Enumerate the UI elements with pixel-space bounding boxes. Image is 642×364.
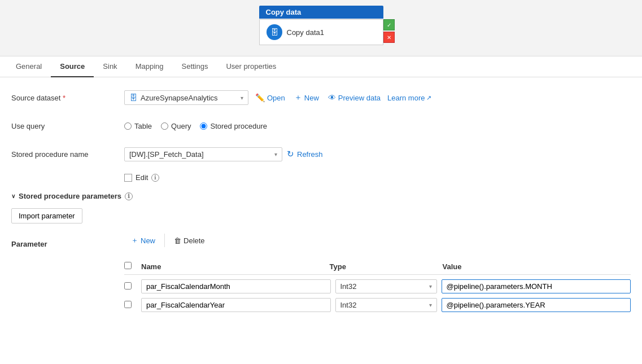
header-checkbox-cell: [124, 262, 141, 271]
action-divider: [164, 234, 165, 247]
edit-label: Edit: [136, 173, 148, 182]
parameter-table: Name Type Value Int32 ▾ Int32 ▾: [124, 262, 631, 312]
row1-type-select[interactable]: Int32 ▾: [335, 279, 437, 293]
tab-sink[interactable]: Sink: [94, 56, 126, 77]
sp-name-label: Stored procedure name: [11, 150, 124, 159]
row1-name-input[interactable]: [141, 279, 331, 293]
row1-value-input[interactable]: [442, 279, 631, 293]
row2-type-chevron-icon: ▾: [429, 302, 432, 308]
refresh-label: Refresh: [297, 150, 323, 159]
edit-row: Edit ℹ: [124, 173, 631, 182]
row1-type-value: Int32: [340, 282, 357, 291]
copy-data-card[interactable]: 🗄 Copy data1: [259, 19, 383, 45]
radio-table[interactable]: Table: [124, 122, 152, 130]
pencil-icon: ✏️: [255, 93, 265, 102]
plus-icon: ＋: [294, 93, 302, 103]
open-label: Open: [267, 94, 285, 102]
dropdown-chevron-icon: ▾: [241, 95, 243, 101]
row2-checkbox-cell: [124, 301, 141, 310]
use-query-label-text: Use query: [11, 122, 45, 130]
tab-settings[interactable]: Settings: [173, 56, 217, 77]
use-query-row: Use query Table Query Stored procedure: [11, 117, 631, 135]
new-param-button[interactable]: ＋ New: [124, 233, 162, 248]
dataset-icon: 🗄: [129, 93, 137, 102]
sp-name-value: [DW].[SP_Fetch_Data]: [129, 150, 204, 159]
sp-name-label-text: Stored procedure name: [11, 150, 89, 159]
row2-type-value: Int32: [340, 301, 357, 309]
use-query-label: Use query: [11, 122, 124, 130]
import-btn-label: Import parameter: [19, 212, 75, 220]
row2-checkbox[interactable]: [124, 301, 132, 308]
radio-stored-procedure[interactable]: Stored procedure: [200, 122, 267, 130]
row1-checkbox[interactable]: [124, 282, 132, 290]
select-all-checkbox[interactable]: [124, 262, 132, 269]
new-label: New: [304, 94, 319, 102]
radio-sp-label: Stored procedure: [210, 122, 267, 130]
row2-type-select[interactable]: Int32 ▾: [335, 298, 437, 312]
dataset-value: AzureSynapseAnalytics: [141, 94, 218, 102]
delete-param-button[interactable]: 🗑 Delete: [167, 234, 212, 248]
radio-sp-input[interactable]: [200, 122, 207, 130]
parameter-label: Parameter: [11, 240, 124, 248]
card-actions: ✓ ✕: [383, 19, 395, 44]
row1-type-chevron-icon: ▾: [429, 283, 432, 290]
table-header-row: Name Type Value: [124, 262, 631, 275]
col-type-header: Type: [330, 262, 443, 271]
tabs-bar: General Source Sink Mapping Settings Use…: [0, 56, 642, 77]
radio-table-input[interactable]: [124, 122, 132, 130]
parameter-label-text: Parameter: [11, 240, 47, 248]
section-chevron-icon: ∨: [11, 193, 15, 199]
col-name-header: Name: [141, 262, 330, 271]
external-link-icon: ↗: [426, 94, 431, 102]
radio-query-input[interactable]: [161, 122, 168, 130]
open-button[interactable]: ✏️ Open: [253, 92, 287, 103]
tab-mapping[interactable]: Mapping: [126, 56, 173, 77]
tab-general[interactable]: General: [7, 56, 51, 77]
popup-title: Copy data: [266, 8, 302, 16]
radio-query-label: Query: [171, 122, 191, 130]
delete-btn-label: Delete: [184, 236, 205, 245]
sp-name-controls: [DW].[SP_Fetch_Data] ▾ ↻ Refresh: [124, 147, 323, 161]
sp-params-section-header[interactable]: ∨ Stored procedure parameters ℹ: [11, 192, 631, 200]
sp-params-info-icon: ℹ: [125, 192, 133, 200]
refresh-button[interactable]: ↻ Refresh: [287, 149, 323, 159]
card-label: Copy data1: [287, 28, 325, 37]
card-close-btn[interactable]: ✕: [383, 32, 395, 43]
source-dataset-row: Source dataset * 🗄 AzureSynapseAnalytics…: [11, 89, 631, 107]
top-banner: Copy data 🗄 Copy data1 ✓ ✕: [0, 0, 642, 56]
preview-label: Preview data: [338, 94, 381, 102]
tab-user-properties[interactable]: User properties: [217, 56, 285, 77]
plus-new-icon: ＋: [131, 235, 138, 245]
row2-value-input[interactable]: [442, 298, 631, 312]
source-content: Source dataset * 🗄 AzureSynapseAnalytics…: [0, 77, 642, 328]
sp-dropdown-chevron-icon: ▾: [274, 151, 277, 157]
edit-checkbox[interactable]: [124, 174, 132, 182]
row2-name-input[interactable]: [141, 298, 331, 312]
dataset-label-text: Source dataset: [11, 94, 60, 102]
preview-data-button[interactable]: 👁 Preview data: [326, 92, 383, 103]
param-action-btns: ＋ New 🗑 Delete: [124, 233, 212, 248]
sp-name-dropdown[interactable]: [DW].[SP_Fetch_Data] ▾: [124, 147, 282, 161]
preview-icon: 👁: [328, 93, 336, 102]
dataset-controls: 🗄 AzureSynapseAnalytics ▾ ✏️ Open ＋ New …: [124, 90, 431, 105]
trash-icon: 🗑: [174, 236, 181, 245]
edit-info-icon: ℹ: [151, 174, 159, 182]
copy-data-card-icon: 🗄: [267, 24, 282, 40]
learn-more-text: Learn more: [387, 94, 425, 102]
radio-query[interactable]: Query: [161, 122, 191, 130]
radio-table-label: Table: [134, 122, 152, 130]
table-row: Int32 ▾: [124, 279, 631, 293]
new-dataset-button[interactable]: ＋ New: [292, 91, 321, 104]
source-dataset-label: Source dataset *: [11, 94, 124, 102]
sp-params-label: Stored procedure parameters: [19, 192, 121, 200]
radio-group: Table Query Stored procedure: [124, 122, 267, 130]
col-value-header: Value: [443, 262, 631, 271]
card-checkmark-btn[interactable]: ✓: [383, 19, 395, 30]
tab-source[interactable]: Source: [51, 56, 94, 77]
table-row: Int32 ▾: [124, 298, 631, 312]
source-dataset-dropdown[interactable]: 🗄 AzureSynapseAnalytics ▾: [124, 90, 248, 105]
copy-data-popup: Copy data: [259, 6, 383, 19]
learn-more-link[interactable]: Learn more ↗: [387, 94, 431, 102]
row1-checkbox-cell: [124, 282, 141, 291]
import-parameter-button[interactable]: Import parameter: [11, 208, 82, 223]
